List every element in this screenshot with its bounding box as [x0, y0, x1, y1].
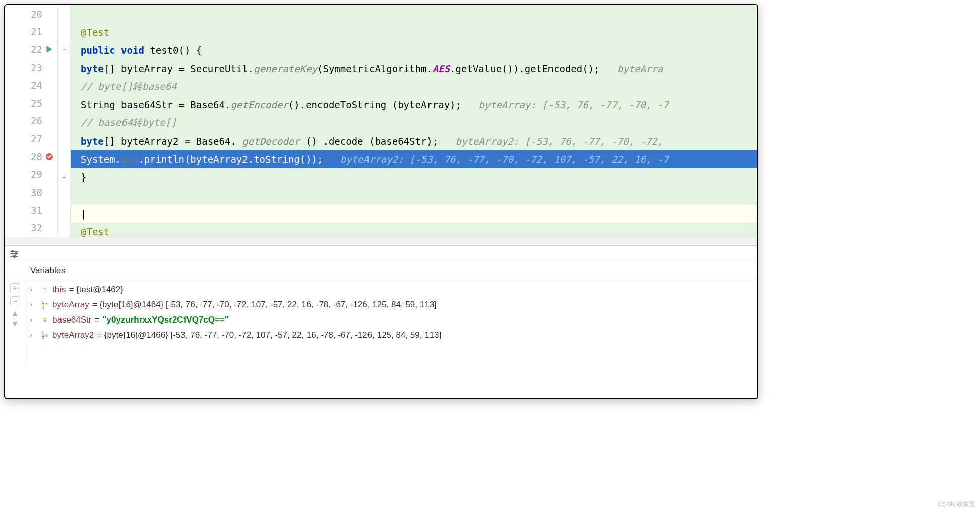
gutter-line[interactable]: 21: [5, 23, 57, 40]
code-line[interactable]: }: [71, 168, 757, 186]
gutter-empty: [44, 116, 54, 126]
layout-settings-icon[interactable]: [10, 251, 18, 257]
move-down-button[interactable]: ▼: [10, 319, 20, 327]
gutter-empty: [44, 27, 54, 37]
gutter-line[interactable]: 31: [5, 201, 57, 219]
execution-line[interactable]: System.out.println(byteArray2.toString()…: [71, 150, 757, 168]
gutter-line[interactable]: 24: [5, 77, 57, 94]
variable-name: this: [52, 285, 66, 295]
code-token: |: [81, 208, 86, 219]
code-token: byte: [81, 136, 104, 147]
gutter-line[interactable]: 28: [5, 148, 57, 165]
inlay-hint: byteArray: [-53, 76, -77, -70, -7: [478, 99, 669, 110]
array-icon: 123≡: [40, 301, 49, 309]
expand-chevron-icon[interactable]: ›: [30, 286, 37, 293]
gutter-line[interactable]: 27: [5, 130, 57, 148]
code-token: ().encodeToString (byteArray);: [288, 99, 479, 110]
editor-divider[interactable]: [5, 237, 757, 246]
variable-value: = {byte[16]@1466} [-53, 76, -77, -70, -7…: [97, 330, 441, 340]
object-icon: ≡: [40, 316, 49, 324]
remove-watch-button[interactable]: −: [10, 296, 20, 306]
code-line[interactable]: // byte[]转base64: [71, 78, 757, 96]
code-token: getDecoder: [242, 136, 299, 147]
code-token: getEncoder: [230, 99, 288, 110]
fold-collapse-icon[interactable]: −: [62, 47, 67, 52]
gutter-empty: [44, 187, 54, 198]
line-number: 23: [22, 62, 42, 73]
variable-value: =: [95, 315, 100, 325]
gutter-empty: [44, 80, 54, 90]
line-number: 25: [22, 98, 42, 109]
expand-chevron-icon[interactable]: ›: [30, 332, 37, 339]
code-token: [] byteArray2 = Base64.: [104, 136, 242, 147]
code-token: String base64Str = Base64.: [81, 99, 230, 110]
code-token: out: [121, 154, 138, 165]
fold-cell: [58, 130, 70, 148]
code-token: test0() {: [150, 45, 202, 56]
inlay-hint: byteArray2: [-53, 76, -77, -70, -72, 107…: [340, 154, 669, 165]
line-number: 30: [22, 187, 42, 198]
move-up-button[interactable]: ▲: [10, 309, 20, 316]
run-test-icon[interactable]: [44, 44, 54, 54]
gutter-empty: [44, 205, 54, 215]
variable-row[interactable]: ›123≡byteArray = {byte[16]@1464} [-53, 7…: [25, 297, 757, 312]
fold-cell: [58, 112, 70, 130]
breakpoint-icon[interactable]: [44, 152, 54, 162]
fold-cell: [58, 23, 70, 40]
code-token: .getValue()).getEncoded();: [450, 63, 617, 74]
code-line[interactable]: [71, 5, 757, 23]
gutter-line[interactable]: 25: [5, 94, 57, 112]
code-editor[interactable]: 20212223242526272829303132 −⌟ @Test publ…: [5, 5, 757, 237]
code-token: // base64转byte[]: [81, 116, 177, 130]
variables-tab-label: Variables: [30, 266, 66, 276]
array-icon: 123≡: [40, 331, 49, 339]
code-line[interactable]: public void test0() {: [71, 41, 757, 59]
gutter-line[interactable]: 29: [5, 166, 57, 183]
code-line[interactable]: String base64Str = Base64.getEncoder().e…: [71, 96, 757, 114]
gutter-line[interactable]: 23: [5, 58, 57, 76]
code-token: System.: [81, 154, 121, 165]
code-area[interactable]: @Test public void test0() { byte[] byteA…: [71, 5, 757, 237]
code-token: (SymmetricAlgorithm.: [317, 63, 433, 74]
code-line[interactable]: byte[] byteArray2 = Base64. getDecoder (…: [71, 132, 757, 150]
expand-chevron-icon[interactable]: ›: [30, 316, 37, 324]
add-watch-button[interactable]: +: [10, 283, 20, 293]
code-token: .println(byteArray2.toString());: [138, 154, 340, 165]
variable-name: byteArray: [52, 300, 89, 310]
variable-row[interactable]: ›123≡byteArray2 = {byte[16]@1466} [-53, …: [25, 328, 757, 343]
code-token: byte: [81, 63, 104, 74]
code-line[interactable]: |: [71, 205, 757, 223]
gutter-empty: [44, 62, 54, 73]
gutter-empty: [44, 98, 54, 108]
object-icon: ≡: [40, 286, 49, 294]
fold-cell: [58, 148, 70, 165]
line-number: 20: [22, 9, 42, 20]
code-token: public: [81, 45, 121, 56]
line-number: 28: [22, 151, 42, 162]
gutter-line[interactable]: 30: [5, 183, 57, 201]
line-number: 32: [22, 222, 42, 233]
gutter-line[interactable]: 22: [5, 41, 57, 58]
gutter-line[interactable]: 26: [5, 112, 57, 130]
code-line[interactable]: @Test: [71, 223, 757, 237]
line-number: 26: [22, 115, 42, 126]
line-number: 31: [22, 205, 42, 216]
gutter-line[interactable]: 20: [5, 5, 57, 23]
variable-value: = {test@1462}: [69, 285, 123, 295]
inlay-hint: byteArra: [617, 63, 663, 74]
code-line[interactable]: @Test: [71, 23, 757, 41]
variable-value: = {byte[16]@1464} [-53, 76, -77, -70, -7…: [92, 300, 437, 310]
expand-chevron-icon[interactable]: ›: [30, 301, 37, 308]
variables-tab[interactable]: Variables: [5, 262, 757, 279]
code-line[interactable]: [71, 186, 757, 205]
code-token: void: [121, 45, 150, 56]
variables-side-buttons: + − ▲ ▼: [5, 279, 25, 365]
gutter-line[interactable]: 32: [5, 219, 57, 237]
variable-row[interactable]: ›≡base64Str = "y0yzurhrxxYQsr2CfVQ7cQ==": [25, 312, 757, 328]
code-token: @Test: [81, 27, 109, 38]
line-number: 27: [22, 133, 42, 144]
line-number: 22: [22, 44, 42, 55]
code-line[interactable]: // base64转byte[]: [71, 114, 757, 132]
variable-row[interactable]: ›≡this = {test@1462}: [25, 282, 757, 297]
code-line[interactable]: byte[] byteArray = SecureUtil.generateKe…: [71, 59, 757, 78]
